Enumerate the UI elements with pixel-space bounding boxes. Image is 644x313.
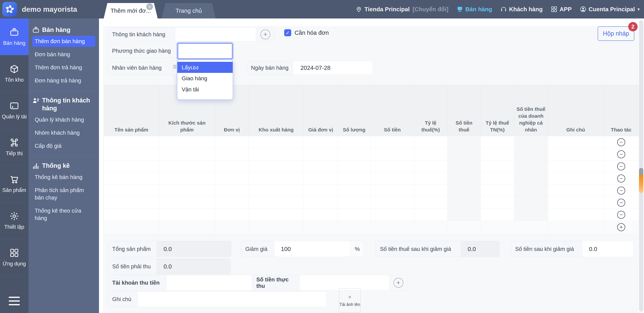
tab-close-icon[interactable]: × — [146, 3, 153, 10]
table-cell[interactable] — [414, 172, 448, 185]
table-cell[interactable] — [448, 136, 481, 148]
dropdown-option-0[interactable]: Lấyเอง — [177, 62, 233, 73]
table-cell[interactable] — [338, 172, 371, 185]
rail-item-0[interactable]: Bán hàng — [0, 19, 28, 55]
table-cell[interactable] — [481, 185, 514, 197]
remove-row-icon[interactable]: − — [617, 174, 625, 183]
remove-row-icon[interactable]: − — [617, 162, 625, 170]
note-input[interactable] — [138, 292, 326, 307]
sidebar-item-1-0[interactable]: Quản lý khách hàng — [32, 114, 95, 125]
add-payment-button[interactable]: + — [389, 275, 408, 290]
table-cell[interactable] — [215, 185, 248, 197]
sidebar-item-0-3[interactable]: Đơn hàng trả hàng — [32, 75, 95, 86]
delivery-method-select[interactable] — [178, 43, 232, 59]
sidebar-item-0-0[interactable]: Thêm đơn bán hàng — [32, 36, 95, 47]
add-row-icon[interactable]: + — [617, 223, 625, 231]
table-cell[interactable] — [448, 197, 481, 209]
table-cell[interactable] — [514, 160, 548, 172]
table-cell[interactable] — [448, 209, 481, 221]
table-cell[interactable] — [548, 221, 604, 234]
payment-account-input[interactable] — [166, 275, 252, 290]
table-cell[interactable] — [159, 136, 215, 148]
table-cell[interactable] — [215, 209, 248, 221]
sidebar-item-2-2[interactable]: Thống kê theo cửa hàng — [32, 205, 95, 224]
table-cell[interactable] — [104, 160, 159, 172]
topbar-item-3[interactable]: APP — [551, 6, 572, 13]
remove-row-icon[interactable]: − — [617, 138, 625, 146]
table-cell[interactable] — [248, 136, 304, 148]
table-cell[interactable] — [548, 160, 604, 172]
table-cell[interactable] — [371, 197, 414, 209]
table-cell[interactable] — [304, 185, 338, 197]
table-cell[interactable] — [414, 136, 448, 148]
table-cell[interactable] — [514, 185, 548, 197]
rail-item-6[interactable]: Ứng dụng — [0, 239, 28, 276]
customer-input[interactable] — [175, 28, 256, 41]
table-cell[interactable] — [371, 136, 414, 148]
table-cell[interactable] — [248, 197, 304, 209]
table-cell[interactable] — [304, 197, 338, 209]
table-cell[interactable] — [104, 136, 159, 148]
table-cell[interactable] — [215, 172, 248, 185]
table-cell[interactable] — [338, 221, 371, 234]
table-cell[interactable] — [159, 160, 215, 172]
table-cell[interactable] — [215, 136, 248, 148]
table-cell[interactable] — [514, 197, 548, 209]
scrollbar-track[interactable] — [639, 20, 643, 312]
topbar-item-1[interactable]: Bán hàng — [456, 6, 492, 13]
sidebar-item-0-1[interactable]: Đơn bán hàng — [32, 49, 95, 60]
table-cell[interactable] — [248, 209, 304, 221]
table-cell[interactable] — [215, 197, 248, 209]
invoice-checkbox[interactable]: ✓ — [284, 29, 291, 36]
table-cell[interactable] — [159, 185, 215, 197]
table-cell[interactable] — [548, 209, 604, 221]
table-cell[interactable] — [514, 172, 548, 185]
table-cell[interactable] — [481, 221, 514, 234]
table-cell[interactable] — [514, 136, 548, 148]
table-cell[interactable] — [548, 185, 604, 197]
table-cell[interactable] — [159, 221, 215, 234]
table-cell[interactable] — [104, 172, 159, 185]
table-cell[interactable] — [304, 148, 338, 160]
table-cell[interactable] — [248, 172, 304, 185]
table-cell[interactable] — [338, 185, 371, 197]
sidebar-item-2-0[interactable]: Thống kê bán hàng — [32, 172, 95, 183]
remove-row-icon[interactable]: − — [617, 187, 625, 195]
dropdown-option-1[interactable]: Giao hàng — [177, 73, 233, 84]
remove-row-icon[interactable]: − — [617, 199, 625, 207]
discount-input[interactable]: 100 — [274, 241, 350, 257]
table-cell[interactable] — [338, 160, 371, 172]
table-cell[interactable] — [548, 172, 604, 185]
table-cell[interactable] — [104, 197, 159, 209]
table-cell[interactable] — [304, 221, 338, 234]
table-cell[interactable] — [159, 148, 215, 160]
table-cell[interactable] — [481, 209, 514, 221]
table-cell[interactable] — [514, 209, 548, 221]
add-customer-button[interactable]: + — [256, 28, 275, 41]
table-cell[interactable] — [248, 160, 304, 172]
table-cell[interactable] — [481, 197, 514, 209]
table-cell[interactable] — [104, 221, 159, 234]
table-cell[interactable] — [248, 185, 304, 197]
table-cell[interactable] — [104, 209, 159, 221]
table-cell[interactable] — [414, 185, 448, 197]
sidebar-item-1-1[interactable]: Nhóm khách hàng — [32, 127, 95, 138]
table-cell[interactable] — [338, 209, 371, 221]
remove-row-icon[interactable]: − — [617, 211, 625, 219]
table-cell[interactable] — [159, 197, 215, 209]
table-cell[interactable] — [371, 172, 414, 185]
table-cell[interactable] — [248, 221, 304, 234]
table-cell[interactable] — [215, 148, 248, 160]
table-cell[interactable] — [481, 136, 514, 148]
table-cell[interactable] — [104, 148, 159, 160]
table-cell[interactable] — [481, 160, 514, 172]
table-cell[interactable] — [159, 172, 215, 185]
table-cell[interactable] — [304, 160, 338, 172]
remove-row-icon[interactable]: − — [617, 150, 625, 158]
table-cell[interactable] — [371, 148, 414, 160]
table-cell[interactable] — [304, 209, 338, 221]
table-cell[interactable] — [481, 172, 514, 185]
table-cell[interactable] — [159, 209, 215, 221]
hamburger-menu-icon[interactable] — [0, 297, 28, 305]
rail-item-4[interactable]: Sản phẩm — [0, 166, 28, 202]
